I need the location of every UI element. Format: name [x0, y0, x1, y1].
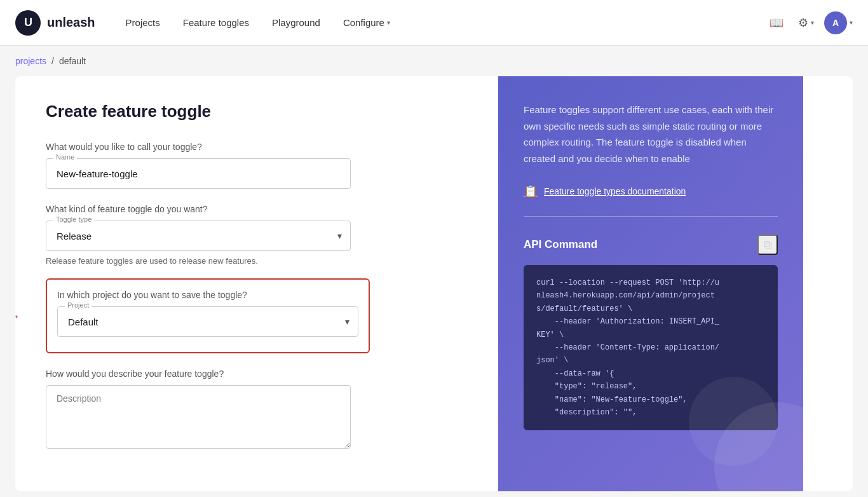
- arrow-indicator: →: [15, 309, 20, 323]
- navbar: U unleash Projects Feature toggles Playg…: [0, 0, 868, 46]
- project-select[interactable]: Default: [57, 306, 358, 337]
- project-section-wrapper: → In which project do you want to save t…: [46, 278, 468, 353]
- nav-actions: 📖 ⚙ ▾ A ▾: [765, 11, 853, 34]
- nav-links: Projects Feature toggles Playground Conf…: [126, 17, 765, 28]
- name-input-group: Name: [46, 158, 468, 189]
- description-group: [46, 385, 468, 451]
- avatar-chevron-icon: ▾: [850, 19, 853, 26]
- toggle-type-section-label: What kind of feature toggle do you want?: [46, 204, 468, 214]
- nav-projects[interactable]: Projects: [126, 17, 160, 28]
- doc-link-text: Feature toggle types documentation: [544, 186, 686, 196]
- left-panel: Create feature toggle What would you lik…: [15, 76, 498, 491]
- nav-playground[interactable]: Playground: [272, 17, 320, 28]
- avatar: A: [824, 11, 847, 34]
- user-avatar-button[interactable]: A ▾: [824, 11, 853, 34]
- doc-link[interactable]: 📋 Feature toggle types documentation: [524, 184, 778, 198]
- settings-button[interactable]: ⚙ ▾: [798, 16, 814, 30]
- description-textarea[interactable]: [46, 385, 351, 449]
- project-section-label: In which project do you want to save the…: [57, 290, 358, 300]
- toggle-type-select[interactable]: Release Experiment Operational Kill Swit…: [46, 221, 351, 251]
- api-code-block: curl --location --request POST 'http://u…: [524, 265, 778, 430]
- description-section-label: How would you describe your feature togg…: [46, 369, 468, 379]
- api-section-title: API Command ⧉: [524, 235, 778, 255]
- brand-logo: U: [15, 10, 41, 36]
- name-section-label: What would you like to call your toggle?: [46, 142, 468, 152]
- brand-name: unleash: [47, 15, 95, 30]
- breadcrumb: projects / default: [0, 46, 868, 76]
- sidebar-info-text: Feature toggles support different use ca…: [524, 102, 778, 167]
- copy-code-button[interactable]: ⧉: [757, 235, 778, 255]
- nav-configure[interactable]: Configure ▾: [343, 17, 390, 28]
- name-field-label: Name: [53, 153, 77, 161]
- toggle-hint: Release feature toggles are used to rele…: [46, 256, 468, 266]
- toggle-type-label: Toggle type: [53, 215, 94, 223]
- name-input[interactable]: [46, 158, 351, 189]
- breadcrumb-current: default: [59, 56, 86, 66]
- project-field-label: Project: [65, 301, 92, 309]
- settings-chevron-icon: ▾: [811, 19, 814, 26]
- book-doc-icon: 📋: [524, 184, 538, 198]
- main-content: Create feature toggle What would you lik…: [0, 76, 868, 497]
- breadcrumb-parent-link[interactable]: projects: [15, 56, 46, 66]
- right-panel: Feature toggles support different use ca…: [498, 76, 803, 491]
- card-container: Create feature toggle What would you lik…: [15, 76, 853, 491]
- form-title: Create feature toggle: [46, 102, 468, 121]
- breadcrumb-separator: /: [51, 56, 54, 66]
- project-select-group: Project Default ▾: [57, 306, 358, 337]
- toggle-type-group: Toggle type Release Experiment Operation…: [46, 221, 468, 251]
- project-select-wrapper: Default ▾: [57, 306, 358, 337]
- gear-icon: ⚙: [798, 16, 808, 30]
- project-section: In which project do you want to save the…: [46, 278, 370, 353]
- brand-logo-link[interactable]: U unleash: [15, 10, 95, 36]
- toggle-type-select-wrapper: Release Experiment Operational Kill Swit…: [46, 221, 351, 251]
- copy-icon: ⧉: [764, 238, 772, 252]
- book-icon: 📖: [770, 16, 783, 30]
- docs-button[interactable]: 📖: [765, 11, 788, 34]
- nav-feature-toggles[interactable]: Feature toggles: [183, 17, 249, 28]
- panel-divider: [524, 216, 778, 217]
- configure-chevron-icon: ▾: [387, 19, 390, 26]
- right-arrow-icon: →: [15, 309, 20, 323]
